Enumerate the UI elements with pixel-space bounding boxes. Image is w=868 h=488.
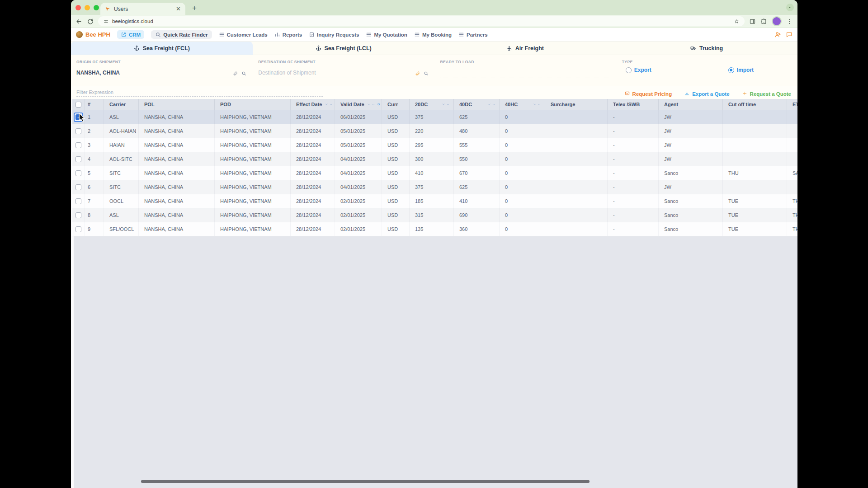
- nav-item-my-booking[interactable]: My Booking: [414, 32, 452, 38]
- table-header-cell-select[interactable]: [72, 99, 85, 110]
- request-a-quote-button[interactable]: Request a Quote: [742, 91, 791, 97]
- table-row[interactable]: 3HAIANNANSHA, CHINAHAIPHONG, VIETNAM28/1…: [72, 138, 797, 152]
- tab-sea-freight-lcl[interactable]: Sea Freight (LCL): [253, 42, 434, 55]
- table-row[interactable]: 8ASLNANSHA, CHINAHAIPHONG, VIETNAM28/12/…: [72, 208, 797, 222]
- table-header-cell-40dc[interactable]: 40DC: [454, 99, 500, 110]
- plus-icon: [742, 91, 747, 96]
- browser-menu-icon[interactable]: [786, 18, 793, 25]
- nav-item-reports[interactable]: Reports: [274, 32, 302, 38]
- table-row[interactable]: 1ASLNANSHA, CHINAHAIPHONG, VIETNAM28/12/…: [72, 110, 797, 124]
- cell-effect: 28/12/2024: [291, 180, 335, 194]
- person-add-icon[interactable]: [774, 31, 781, 38]
- sort-carets[interactable]: [442, 103, 450, 106]
- filter-expression-input[interactable]: Filter Expression: [76, 89, 323, 97]
- column-search-icon[interactable]: [377, 103, 381, 106]
- table-row[interactable]: 4AOL-SITCNANSHA, CHINAHAIPHONG, VIETNAM2…: [72, 152, 797, 166]
- row-checkbox[interactable]: [75, 156, 81, 162]
- ready-to-load-input[interactable]: [440, 64, 610, 78]
- cell-surcharge: [545, 194, 608, 208]
- cell-agent: JW: [659, 124, 723, 138]
- row-checkbox[interactable]: [75, 170, 81, 176]
- refresh-icon[interactable]: [87, 18, 94, 25]
- browser-tabstrip: Users ✕ +: [71, 0, 797, 15]
- extensions-puzzle-icon[interactable]: [760, 18, 767, 25]
- sort-carets[interactable]: [487, 103, 495, 106]
- paperclip-icon[interactable]: [233, 71, 238, 76]
- cell-pol: NANSHA, CHINA: [139, 166, 215, 180]
- caret-up-icon: [329, 103, 333, 106]
- browser-toolbar: beelogistics.cloud: [71, 15, 797, 28]
- side-panel-icon[interactable]: [749, 18, 756, 25]
- sort-carets[interactable]: [367, 103, 375, 106]
- cell-select[interactable]: [72, 194, 85, 208]
- radio-export[interactable]: Export: [626, 67, 651, 73]
- minimize-window-button[interactable]: [85, 5, 90, 10]
- table-header-cell-effect-date[interactable]: Effect Date: [291, 99, 335, 110]
- cell-select[interactable]: [72, 124, 85, 138]
- row-checkbox[interactable]: [75, 184, 81, 190]
- nav-item-inquiry-requests[interactable]: Inquiry Requests: [309, 32, 359, 38]
- table-header-cell-20dc[interactable]: 20DC: [410, 99, 454, 110]
- tab-sea-freight-fcl[interactable]: Sea Freight (FCL): [71, 42, 253, 55]
- table-row[interactable]: 6SITCNANSHA, CHINAHAIPHONG, VIETNAM28/12…: [72, 180, 797, 194]
- table-header-cell-pol: POL: [139, 99, 215, 110]
- cell-select[interactable]: [72, 180, 85, 194]
- cell-select[interactable]: [72, 222, 85, 236]
- cell-dc40: 625: [454, 180, 500, 194]
- chat-icon[interactable]: [786, 31, 793, 38]
- nav-item-partners[interactable]: Partners: [458, 32, 488, 38]
- browser-tab[interactable]: Users ✕: [100, 3, 185, 15]
- search-icon[interactable]: [424, 71, 429, 76]
- export-a-quote-button[interactable]: Export a Quote: [684, 91, 729, 97]
- row-checkbox[interactable]: [75, 226, 81, 232]
- tab-close-icon[interactable]: ✕: [176, 6, 181, 12]
- nav-item-crm[interactable]: CRM: [117, 30, 144, 39]
- sort-carets[interactable]: [325, 103, 333, 106]
- tab-trucking[interactable]: Trucking: [616, 42, 797, 55]
- nav-item-customer-leads[interactable]: Customer Leads: [219, 32, 268, 38]
- nav-item-my-quotation[interactable]: My Quotation: [366, 32, 407, 38]
- cell-valid: 02/01/2025: [335, 194, 382, 208]
- destination-input[interactable]: Destination of Shipment: [258, 64, 428, 78]
- cell-select[interactable]: [72, 208, 85, 222]
- nav-item-quick-rate-finder[interactable]: Quick Rate Finder: [151, 30, 212, 39]
- row-checkbox[interactable]: [75, 198, 81, 204]
- zoom-window-button[interactable]: [94, 5, 99, 10]
- bookmark-star-icon[interactable]: [734, 19, 739, 24]
- new-tab-button[interactable]: +: [192, 4, 197, 13]
- profile-avatar[interactable]: [772, 16, 782, 26]
- brand[interactable]: Bee HPH: [76, 31, 110, 38]
- table-row[interactable]: 7OOCLNANSHA, CHINAHAIPHONG, VIETNAM28/12…: [72, 194, 797, 208]
- origin-input[interactable]: NANSHA, CHINA: [76, 64, 246, 78]
- search-icon[interactable]: [241, 71, 246, 76]
- action-label: Export a Quote: [692, 91, 729, 97]
- browser-window: Users ✕ + beelogistics.cloud: [71, 0, 797, 488]
- cell-carrier: HAIAN: [104, 138, 139, 152]
- radio-import[interactable]: Import: [728, 67, 754, 73]
- row-checkbox[interactable]: [75, 212, 81, 218]
- paperclip-icon[interactable]: [415, 71, 420, 76]
- request-pricing-button[interactable]: Request Pricing: [625, 91, 672, 97]
- freight-mode-tabs: Sea Freight (FCL)Sea Freight (LCL)Air Fr…: [71, 42, 797, 55]
- site-settings-icon[interactable]: [104, 19, 108, 24]
- table-row[interactable]: 2AOL-HAIANNANSHA, CHINAHAIPHONG, VIETNAM…: [72, 124, 797, 138]
- cell-select[interactable]: [72, 152, 85, 166]
- row-checkbox[interactable]: [75, 142, 81, 148]
- close-window-button[interactable]: [75, 5, 81, 10]
- cell-select[interactable]: [72, 138, 85, 152]
- address-bar[interactable]: beelogistics.cloud: [98, 16, 745, 26]
- table-header-cell-valid-date[interactable]: Valid Date: [335, 99, 382, 110]
- horizontal-scrollbar[interactable]: [141, 480, 590, 483]
- column-label: Surcharge: [551, 102, 575, 107]
- cell-num: 9: [85, 222, 104, 236]
- back-icon[interactable]: [75, 18, 82, 25]
- table-row[interactable]: 9SFL/OOCLNANSHA, CHINAHAIPHONG, VIETNAM2…: [72, 222, 797, 236]
- table-header-cell-40hc[interactable]: 40HC: [500, 99, 545, 110]
- cell-select[interactable]: [72, 166, 85, 180]
- row-checkbox[interactable]: [75, 128, 81, 134]
- table-row[interactable]: 5SITCNANSHA, CHINAHAIPHONG, VIETNAM28/12…: [72, 166, 797, 180]
- select-all-checkbox[interactable]: [75, 102, 81, 108]
- tab-search-button[interactable]: [786, 4, 794, 11]
- sort-carets[interactable]: [533, 103, 541, 106]
- tab-air-freight[interactable]: Air Freight: [434, 42, 616, 55]
